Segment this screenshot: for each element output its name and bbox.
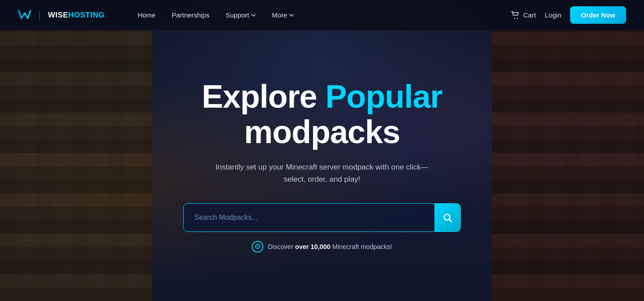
badge-icon — [252, 241, 263, 253]
support-chevron-icon — [251, 14, 256, 17]
logo-link[interactable]: WISEHOSTING — [18, 9, 104, 21]
search-container — [183, 203, 461, 232]
hero-section: Explore Popular modpacks Instantly set u… — [0, 31, 644, 301]
nav-left: WISEHOSTING Home Partnerships Support Mo… — [18, 8, 300, 22]
hero-title-explore: Explore — [202, 79, 317, 114]
navbar: WISEHOSTING Home Partnerships Support Mo… — [0, 0, 644, 31]
logo-divider — [39, 10, 40, 20]
discovery-pre: Discover — [268, 243, 295, 250]
more-chevron-icon — [289, 14, 294, 17]
nav-right: Cart Login Order Now — [511, 6, 626, 24]
nav-more[interactable]: More — [266, 8, 300, 22]
svg-point-0 — [514, 17, 515, 18]
logo-icon — [18, 9, 31, 21]
discovery-post-text: Minecraft modpacks! — [332, 243, 392, 250]
nav-home[interactable]: Home — [131, 8, 162, 22]
logo-hosting: HOSTING — [68, 11, 104, 19]
discovery-bold-text: over 10,000 — [295, 243, 331, 250]
nav-links: Home Partnerships Support More — [131, 8, 300, 22]
nav-cart[interactable]: Cart — [511, 11, 536, 19]
hero-subtitle: Instantly set up your Minecraft server m… — [210, 161, 434, 185]
discovery-badge: Discover over 10,000 Minecraft modpacks! — [252, 241, 392, 253]
cart-icon — [511, 11, 520, 19]
svg-point-1 — [517, 17, 518, 18]
nav-login[interactable]: Login — [545, 11, 562, 19]
nav-partnerships[interactable]: Partnerships — [165, 8, 215, 22]
nav-support[interactable]: Support — [219, 8, 262, 22]
search-icon — [442, 213, 452, 222]
discovery-text: Discover over 10,000 Minecraft modpacks! — [268, 243, 392, 250]
search-button[interactable] — [434, 204, 460, 231]
hero-title: Explore Popular modpacks — [202, 79, 442, 150]
logo-wise: WISE — [48, 11, 68, 19]
hero-title-modpacks: modpacks — [244, 114, 400, 150]
search-input[interactable] — [184, 204, 434, 231]
logo-text: WISEHOSTING — [48, 11, 104, 20]
hero-title-popular-text: Popular — [326, 79, 442, 114]
modpack-badge-icon — [255, 244, 261, 249]
order-now-button[interactable]: Order Now — [570, 6, 626, 24]
svg-line-3 — [449, 219, 451, 222]
